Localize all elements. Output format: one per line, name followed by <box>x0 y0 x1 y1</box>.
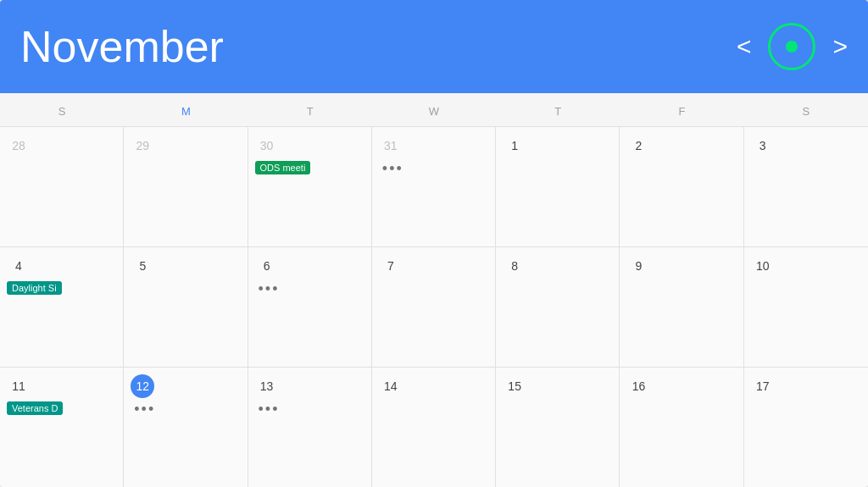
cell-nov-13[interactable]: 13 ••• <box>248 368 372 487</box>
cell-nov-7[interactable]: 7 <box>372 247 496 367</box>
date-number: 28 <box>7 134 31 158</box>
date-number: 17 <box>751 374 775 398</box>
calendar-week-3: 11 Veterans D 12 ••• 13 ••• 14 15 16 <box>0 368 868 487</box>
dow-wednesday: W <box>372 100 496 123</box>
event-veterans-day[interactable]: Veterans D <box>7 401 63 415</box>
date-number: 2 <box>626 134 650 158</box>
calendar-grid: 28 29 30 ODS meeti 31 ••• 1 2 3 <box>0 127 868 487</box>
dow-monday: M <box>124 100 248 123</box>
cell-oct-28[interactable]: 28 <box>0 127 124 246</box>
cell-nov-8[interactable]: 8 <box>496 247 620 367</box>
days-of-week-row: S M T W T F S <box>0 93 868 127</box>
prev-month-button[interactable]: < <box>737 34 752 59</box>
date-number: 9 <box>626 254 650 278</box>
more-events-dots[interactable]: ••• <box>379 161 403 176</box>
calendar-week-2: 4 Daylight Si 5 6 ••• 7 8 9 10 <box>0 247 868 368</box>
events-row: Veterans D <box>7 401 116 417</box>
cell-nov-11[interactable]: 11 Veterans D <box>0 368 124 487</box>
date-number: 10 <box>751 254 775 278</box>
calendar-header: November < > <box>0 0 868 93</box>
cell-nov-2[interactable]: 2 <box>620 127 743 246</box>
cell-oct-31[interactable]: 31 ••• <box>372 127 496 246</box>
date-number: 8 <box>503 254 526 278</box>
cell-nov-16[interactable]: 16 <box>620 368 743 487</box>
date-number: 31 <box>379 134 403 158</box>
date-number: 11 <box>7 374 31 398</box>
cell-nov-1[interactable]: 1 <box>496 127 620 246</box>
header-nav: < > <box>737 23 848 70</box>
date-number: 4 <box>7 254 31 278</box>
dow-thursday: T <box>496 100 620 123</box>
date-number: 29 <box>131 134 154 158</box>
cell-nov-4[interactable]: 4 Daylight Si <box>0 247 124 367</box>
event-daylight-saving[interactable]: Daylight Si <box>7 281 62 295</box>
more-events-dots[interactable]: ••• <box>131 401 155 417</box>
events-row: Daylight Si <box>7 281 116 296</box>
cell-oct-29[interactable]: 29 <box>124 127 248 246</box>
cell-nov-10[interactable]: 10 <box>744 247 868 367</box>
date-number: 5 <box>131 254 154 278</box>
calendar-container: November < > S M T W T F S 28 29 30 <box>0 0 868 487</box>
cell-nov-3[interactable]: 3 <box>744 127 868 246</box>
cell-nov-6[interactable]: 6 ••• <box>248 247 372 367</box>
date-number: 1 <box>503 134 526 158</box>
more-events-dots[interactable]: ••• <box>255 401 280 417</box>
calendar-week-1: 28 29 30 ODS meeti 31 ••• 1 2 3 <box>0 127 868 247</box>
date-number: 7 <box>379 254 403 278</box>
events-row: ODS meeti <box>255 161 364 176</box>
date-number: 16 <box>626 374 650 398</box>
date-number: 6 <box>255 254 279 278</box>
date-number: 3 <box>751 134 775 158</box>
event-ods-meeting[interactable]: ODS meeti <box>255 161 311 174</box>
date-number: 30 <box>255 134 279 158</box>
cell-nov-15[interactable]: 15 <box>496 368 620 487</box>
dow-sunday: S <box>0 100 124 123</box>
date-number: 15 <box>503 374 526 398</box>
next-month-button[interactable]: > <box>832 34 848 59</box>
cell-nov-5[interactable]: 5 <box>124 247 248 367</box>
more-events-dots[interactable]: ••• <box>255 281 280 296</box>
cell-oct-30[interactable]: 30 ODS meeti <box>248 127 372 246</box>
cell-nov-12[interactable]: 12 ••• <box>124 368 248 487</box>
date-number-today: 12 <box>131 374 154 398</box>
cell-nov-9[interactable]: 9 <box>620 247 743 367</box>
dow-saturday: S <box>744 100 868 123</box>
cell-nov-17[interactable]: 17 <box>744 368 868 487</box>
today-button[interactable] <box>768 23 815 70</box>
today-indicator <box>786 41 798 53</box>
date-number: 14 <box>379 374 403 398</box>
month-title: November <box>20 21 224 72</box>
date-number: 13 <box>255 374 279 398</box>
dow-friday: F <box>620 100 743 123</box>
cell-nov-14[interactable]: 14 <box>372 368 496 487</box>
dow-tuesday: T <box>248 100 372 123</box>
